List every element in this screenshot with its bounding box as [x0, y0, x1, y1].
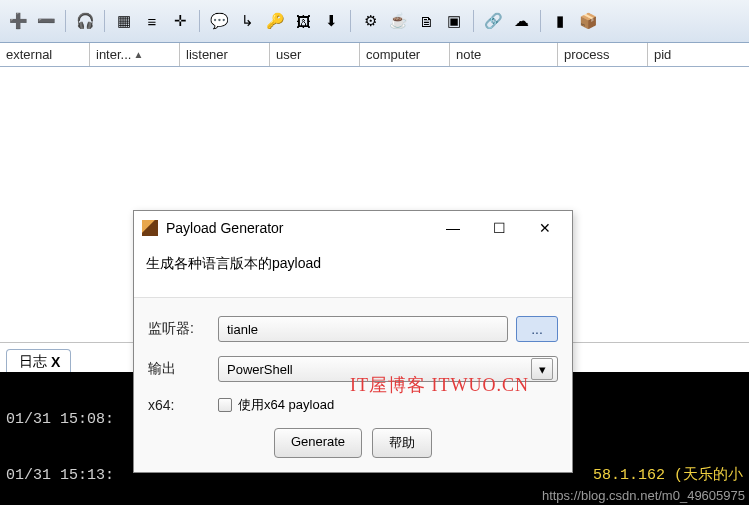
- col-user[interactable]: user: [270, 43, 360, 66]
- listener-input[interactable]: tianle: [218, 316, 508, 342]
- separator: [104, 10, 105, 32]
- column-header-row: external inter...▲ listener user compute…: [0, 43, 749, 67]
- key-icon[interactable]: 🔑: [263, 9, 287, 33]
- chevron-down-icon[interactable]: ▾: [531, 358, 553, 380]
- dialog-title-bar[interactable]: Payload Generator — ☐ ✕: [134, 211, 572, 245]
- server-icon[interactable]: ▮: [548, 9, 572, 33]
- separator: [540, 10, 541, 32]
- chat-icon[interactable]: 💬: [207, 9, 231, 33]
- listener-row: 监听器: tianle ...: [148, 316, 558, 342]
- col-process[interactable]: process: [558, 43, 648, 66]
- dialog-description: 生成各种语言版本的payload: [134, 245, 572, 298]
- list-icon[interactable]: ≡: [140, 9, 164, 33]
- col-internal[interactable]: inter...▲: [90, 43, 180, 66]
- page-watermark: IT屋博客 ITWUO.CN: [350, 373, 529, 397]
- output-value: PowerShell: [227, 362, 293, 377]
- grid-icon[interactable]: ▦: [112, 9, 136, 33]
- listener-browse-button[interactable]: ...: [516, 316, 558, 342]
- coffee-icon[interactable]: ☕: [386, 9, 410, 33]
- tab-close-icon[interactable]: X: [51, 354, 60, 370]
- plus-icon[interactable]: ➕: [6, 9, 30, 33]
- x64-checkbox[interactable]: [218, 398, 232, 412]
- generate-button[interactable]: Generate: [274, 428, 362, 458]
- dialog-buttons: Generate 帮助: [148, 428, 558, 458]
- arrow-icon[interactable]: ↳: [235, 9, 259, 33]
- dialog-app-icon: [142, 220, 158, 236]
- x64-row: x64: 使用x64 payload: [148, 396, 558, 414]
- listener-label: 监听器:: [148, 320, 218, 338]
- help-button[interactable]: 帮助: [372, 428, 432, 458]
- terminal-icon[interactable]: ▣: [442, 9, 466, 33]
- maximize-icon[interactable]: ☐: [476, 213, 522, 243]
- col-external[interactable]: external: [0, 43, 90, 66]
- close-icon[interactable]: ✕: [522, 213, 568, 243]
- minus-icon[interactable]: ➖: [34, 9, 58, 33]
- tab-label: 日志: [19, 353, 47, 371]
- download-icon[interactable]: ⬇: [319, 9, 343, 33]
- terminal-watermark: https://blog.csdn.net/m0_49605975: [542, 488, 745, 503]
- image-icon[interactable]: 🖼: [291, 9, 315, 33]
- output-label: 输出: [148, 360, 218, 378]
- x64-checkbox-label: 使用x64 payload: [238, 396, 334, 414]
- minimize-icon[interactable]: —: [430, 213, 476, 243]
- headphones-icon[interactable]: 🎧: [73, 9, 97, 33]
- separator: [350, 10, 351, 32]
- target-icon[interactable]: ✛: [168, 9, 192, 33]
- main-toolbar: ➕ ➖ 🎧 ▦ ≡ ✛ 💬 ↳ 🔑 🖼 ⬇ ⚙ ☕ 🗎 ▣ 🔗 ☁ ▮ 📦: [0, 0, 749, 43]
- link-icon[interactable]: 🔗: [481, 9, 505, 33]
- tab-log[interactable]: 日志 X: [6, 349, 71, 374]
- col-computer[interactable]: computer: [360, 43, 450, 66]
- dialog-title: Payload Generator: [166, 220, 284, 236]
- separator: [473, 10, 474, 32]
- separator: [65, 10, 66, 32]
- x64-label: x64:: [148, 397, 218, 413]
- sort-asc-icon: ▲: [133, 49, 143, 60]
- cloud-icon[interactable]: ☁: [509, 9, 533, 33]
- separator: [199, 10, 200, 32]
- file-icon[interactable]: 🗎: [414, 9, 438, 33]
- gear-icon[interactable]: ⚙: [358, 9, 382, 33]
- col-pid[interactable]: pid: [648, 43, 738, 66]
- col-note[interactable]: note: [450, 43, 558, 66]
- payload-generator-dialog: Payload Generator — ☐ ✕ 生成各种语言版本的payload…: [133, 210, 573, 473]
- col-listener[interactable]: listener: [180, 43, 270, 66]
- package-icon[interactable]: 📦: [576, 9, 600, 33]
